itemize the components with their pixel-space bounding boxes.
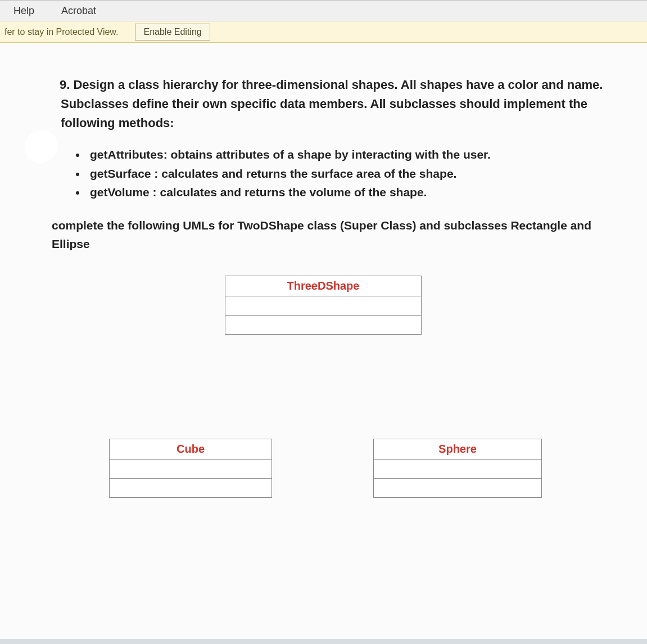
list-item: getSurface : calculates and returns the … xyxy=(87,164,622,183)
uml-title: Sphere xyxy=(374,439,542,460)
uml-title: Cube xyxy=(110,439,272,460)
tab-help[interactable]: Help xyxy=(6,2,42,20)
enable-editing-button[interactable]: Enable Editing xyxy=(135,24,210,40)
uml-attributes-row xyxy=(110,460,272,479)
ribbon-tabs: Help Acrobat xyxy=(0,0,647,21)
uml-box-cube: Cube xyxy=(109,439,272,498)
uml-diagram-area: ThreeDShape Cube Sphere xyxy=(25,276,622,591)
list-item: getAttributes: obtains attributes of a s… xyxy=(87,145,622,164)
list-item: getVolume : calculates and returns the v… xyxy=(87,183,622,202)
uml-methods-row xyxy=(374,479,542,498)
uml-title: ThreeDShape xyxy=(225,276,422,296)
protected-view-bar: fer to stay in Protected View. Enable Ed… xyxy=(0,21,647,43)
uml-methods-row xyxy=(225,316,422,335)
document-page: 9. Design a class hierarchy for three-di… xyxy=(0,43,647,639)
uml-box-threedshape: ThreeDShape xyxy=(225,276,422,335)
uml-box-sphere: Sphere xyxy=(373,439,542,498)
uml-attributes-row xyxy=(374,460,542,479)
uml-attributes-row xyxy=(225,296,422,316)
avatar-blob-icon xyxy=(25,130,57,163)
tab-acrobat[interactable]: Acrobat xyxy=(53,2,104,20)
question-text: 9. Design a class hierarchy for three-di… xyxy=(25,75,622,133)
uml-methods-row xyxy=(110,479,272,498)
instruction-text: complete the following UMLs for TwoDShap… xyxy=(52,217,622,253)
method-bullet-list: getAttributes: obtains attributes of a s… xyxy=(87,145,622,202)
protected-view-message: fer to stay in Protected View. xyxy=(4,27,118,37)
